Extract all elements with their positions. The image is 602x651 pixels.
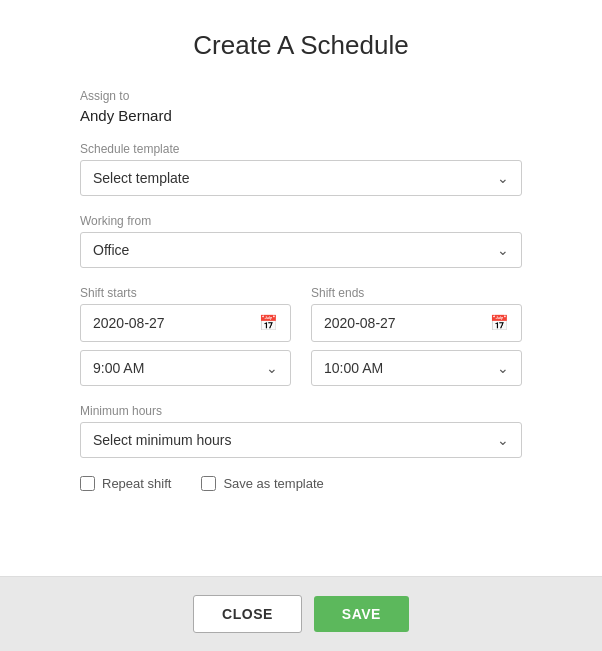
assign-to-label: Assign to <box>80 89 522 103</box>
checkboxes-row: Repeat shift Save as template <box>80 476 522 491</box>
save-button[interactable]: SAVE <box>314 596 409 632</box>
working-from-group: Working from Office ⌄ <box>80 214 522 268</box>
shift-end-date-input[interactable]: 2020-08-27 📅 <box>311 304 522 342</box>
save-as-template-checkbox[interactable] <box>201 476 216 491</box>
shift-end-time-value: 10:00 AM <box>324 360 383 376</box>
schedule-template-select[interactable]: Select template ⌄ <box>80 160 522 196</box>
shift-ends-col: Shift ends 2020-08-27 📅 10:00 AM ⌄ <box>311 286 522 386</box>
working-from-value: Office <box>93 242 129 258</box>
modal-body: Create A Schedule Assign to Andy Bernard… <box>0 0 602 576</box>
working-from-select[interactable]: Office ⌄ <box>80 232 522 268</box>
shift-start-time-value: 9:00 AM <box>93 360 144 376</box>
chevron-down-icon-3: ⌄ <box>266 360 278 376</box>
shift-end-time-select[interactable]: 10:00 AM ⌄ <box>311 350 522 386</box>
chevron-down-icon-5: ⌄ <box>497 432 509 448</box>
repeat-shift-checkbox[interactable] <box>80 476 95 491</box>
assign-to-value: Andy Bernard <box>80 107 522 124</box>
chevron-down-icon: ⌄ <box>497 170 509 186</box>
schedule-template-group: Schedule template Select template ⌄ <box>80 142 522 196</box>
shift-ends-label: Shift ends <box>311 286 522 300</box>
chevron-down-icon-4: ⌄ <box>497 360 509 376</box>
shift-start-date-input[interactable]: 2020-08-27 📅 <box>80 304 291 342</box>
shift-end-date-value: 2020-08-27 <box>324 315 396 331</box>
modal-title: Create A Schedule <box>80 30 522 61</box>
calendar-icon-2: 📅 <box>490 314 509 332</box>
save-as-template-checkbox-item[interactable]: Save as template <box>201 476 323 491</box>
minimum-hours-group: Minimum hours Select minimum hours ⌄ <box>80 404 522 458</box>
save-as-template-label: Save as template <box>223 476 323 491</box>
minimum-hours-select[interactable]: Select minimum hours ⌄ <box>80 422 522 458</box>
repeat-shift-label: Repeat shift <box>102 476 171 491</box>
create-schedule-modal: Create A Schedule Assign to Andy Bernard… <box>0 0 602 651</box>
assign-to-group: Assign to Andy Bernard <box>80 89 522 124</box>
chevron-down-icon-2: ⌄ <box>497 242 509 258</box>
working-from-label: Working from <box>80 214 522 228</box>
shift-starts-label: Shift starts <box>80 286 291 300</box>
repeat-shift-checkbox-item[interactable]: Repeat shift <box>80 476 171 491</box>
shift-start-date-value: 2020-08-27 <box>93 315 165 331</box>
shift-start-time-select[interactable]: 9:00 AM ⌄ <box>80 350 291 386</box>
schedule-template-label: Schedule template <box>80 142 522 156</box>
close-button[interactable]: CLOSE <box>193 595 302 633</box>
shift-times-row: Shift starts 2020-08-27 📅 9:00 AM ⌄ Shif… <box>80 286 522 386</box>
schedule-template-value: Select template <box>93 170 190 186</box>
modal-footer: CLOSE SAVE <box>0 576 602 651</box>
calendar-icon: 📅 <box>259 314 278 332</box>
minimum-hours-value: Select minimum hours <box>93 432 232 448</box>
shift-starts-col: Shift starts 2020-08-27 📅 9:00 AM ⌄ <box>80 286 291 386</box>
minimum-hours-label: Minimum hours <box>80 404 522 418</box>
